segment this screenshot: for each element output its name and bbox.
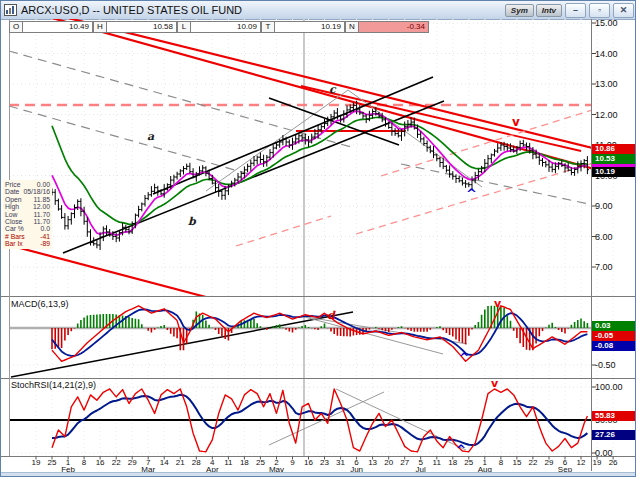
quote-field-value-o: 10.49 bbox=[22, 21, 93, 33]
info-row: Price0.00 bbox=[5, 181, 50, 188]
info-row: Low11.70 bbox=[5, 211, 50, 218]
crosshair-info-box: Price0.00Date05/18/16Open11.85High12.00L… bbox=[3, 180, 52, 249]
quote-field-value-t: 10.19 bbox=[274, 21, 345, 33]
svg-text:b: b bbox=[188, 215, 197, 228]
macd-marker-line: -0.05 bbox=[592, 331, 636, 341]
info-row: Open11.85 bbox=[5, 196, 50, 203]
macd-marker-signal: -0.08 bbox=[592, 341, 636, 351]
svg-text:v: v bbox=[512, 115, 520, 129]
chart-window: ARCX:USO,D -- UNITED STATES OIL FUND Sym… bbox=[0, 0, 636, 477]
price-axis-tick: 9.00 bbox=[595, 201, 635, 211]
info-row: Car %0.0 bbox=[5, 225, 50, 232]
quote-field-label-t: T bbox=[261, 21, 274, 33]
macd-marker-hist: 0.03 bbox=[592, 321, 636, 331]
chart-canvas[interactable]: abcv^dv^v^ bbox=[1, 1, 636, 477]
info-row: High12.00 bbox=[5, 203, 50, 210]
svg-text:^: ^ bbox=[456, 443, 466, 457]
svg-text:d: d bbox=[327, 309, 336, 322]
quote-field-value-l: 10.09 bbox=[190, 21, 261, 33]
svg-text:v: v bbox=[494, 297, 502, 310]
macd-label: MACD(6,13,9) bbox=[11, 299, 69, 309]
svg-text:^: ^ bbox=[466, 186, 477, 201]
quote-field-value-n: -0.34 bbox=[358, 21, 429, 33]
price-axis-tick: 7.00 bbox=[595, 262, 635, 272]
quote-bar: O10.49H10.58L10.09T10.19N-0.34 bbox=[9, 21, 429, 33]
info-row: # Bars-41 bbox=[5, 233, 50, 240]
price-axis-tick: 13.00 bbox=[595, 79, 635, 89]
quote-field-label-o: O bbox=[9, 21, 22, 33]
quote-field-label-n: N bbox=[345, 21, 358, 33]
stoch-axis-tick: 0.00 bbox=[595, 448, 635, 458]
stoch-axis-tick: 100.00 bbox=[595, 382, 635, 392]
info-row: Date05/18/16 bbox=[5, 188, 50, 195]
price-marker-high-band: 10.86 bbox=[592, 144, 636, 154]
date-label: 26 bbox=[602, 458, 624, 467]
macd-axis-tick: -0.50 bbox=[595, 360, 635, 370]
price-axis-tick: 8.00 bbox=[595, 232, 635, 242]
stochrsi-label: StochRSI(14,21(2),9) bbox=[11, 380, 96, 390]
quote-field-value-h: 10.58 bbox=[106, 21, 177, 33]
svg-text:^: ^ bbox=[459, 351, 469, 365]
price-axis-tick: 14.00 bbox=[595, 49, 635, 59]
stoch-marker-slow: 27.26 bbox=[592, 430, 636, 440]
quote-field-label-h: H bbox=[93, 21, 106, 33]
price-marker-ema-slow: 10.53 bbox=[592, 154, 636, 164]
price-marker-last: 10.19 bbox=[592, 167, 636, 177]
stoch-marker-fast: 55.83 bbox=[592, 411, 636, 421]
info-row: Close11.70 bbox=[5, 218, 50, 225]
price-axis-tick: 15.00 bbox=[595, 18, 635, 28]
price-axis-tick: 12.00 bbox=[595, 110, 635, 120]
info-row: Bar Ix-89 bbox=[5, 240, 50, 247]
quote-field-label-l: L bbox=[177, 21, 190, 33]
svg-text:a: a bbox=[147, 130, 155, 143]
window-bottom-strip bbox=[1, 472, 636, 477]
